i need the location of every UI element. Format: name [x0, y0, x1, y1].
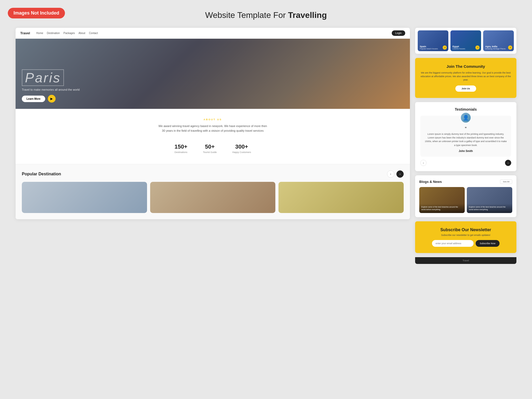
dest-agra: Agra, India Amazing Heritage Places ↗: [483, 30, 514, 51]
newsletter-section: Subscribe Our Newsletter Subscribe our n…: [415, 221, 516, 253]
dest-spain: Spain Popular beach houses ↗: [418, 30, 448, 51]
stat-destinations-number: 150+: [175, 143, 188, 150]
popular-section: Popular Destination ‹ ›: [16, 164, 410, 219]
join-title: Join The Community: [420, 64, 511, 69]
dest-spain-label: Spain Popular beach houses: [420, 45, 438, 50]
dest-egypt-name: Egypt: [453, 45, 465, 48]
testimonial-next-button[interactable]: ›: [505, 160, 511, 166]
blog-card-2: Explore some of the best beaches around …: [467, 187, 512, 213]
dest-top-cards: Spain Popular beach houses ↗ Egypt Color…: [415, 28, 516, 54]
nav-packages[interactable]: Packages: [63, 32, 75, 35]
stat-guides-number: 50+: [203, 143, 217, 150]
dest-card-2-bg: [150, 182, 275, 213]
blogs-title: Blogs & News: [419, 180, 442, 184]
dest-spain-sub: Popular beach houses: [420, 48, 438, 50]
testimonial-card: 👤 ❝ Lorem Ipsum is simply dummy text of …: [420, 116, 511, 157]
testimonial-avatar: 👤: [460, 112, 471, 123]
dest-egypt-label: Egypt Colorful houses: [453, 45, 465, 50]
nav-contact[interactable]: Contact: [89, 32, 98, 35]
blog-card-1-text: Explore some of the best beaches around …: [421, 206, 463, 211]
blog-card-2-overlay: Explore some of the best beaches around …: [467, 204, 512, 213]
newsletter-title: Subscribe Our Newsletter: [420, 228, 511, 232]
nav-about[interactable]: About: [78, 32, 85, 35]
blogs-header: Blogs & News See All: [419, 179, 512, 184]
images-not-included-badge: Images Not Included: [8, 8, 65, 18]
newsletter-subtitle: Subscribe our newsletter to get emails u…: [420, 234, 511, 236]
dest-agra-sub: Amazing Heritage Places: [485, 48, 506, 50]
about-text: We award winning travel agency based in …: [158, 124, 267, 133]
hero-subtitle: Travel to make memories all around the w…: [22, 88, 80, 91]
dest-card-1: [22, 182, 147, 213]
destination-cards: [22, 182, 404, 219]
dest-card-2: [150, 182, 275, 213]
newsletter-form: Subscribe Now: [420, 240, 511, 247]
hero-title: Paris: [22, 69, 64, 86]
newsletter-subscribe-button[interactable]: Subscribe Now: [476, 240, 500, 247]
about-section: ABOUT US We award winning travel agency …: [16, 109, 410, 164]
dest-agra-arrow[interactable]: ↗: [508, 45, 512, 50]
left-panel: Travel Home Destination Packages About C…: [16, 28, 410, 219]
blog-card-1: Explore some of the best beaches around …: [419, 187, 465, 213]
stat-destinations-label: Destinations: [175, 151, 188, 154]
popular-prev-button[interactable]: ‹: [387, 170, 394, 178]
blog-card-1-overlay: Explore some of the best beaches around …: [419, 204, 465, 213]
hero-buttons: Learn More ▶: [22, 95, 80, 103]
learn-more-button[interactable]: Learn More: [22, 96, 45, 102]
dest-spain-arrow[interactable]: ↗: [443, 45, 447, 50]
dest-spain-name: Spain: [420, 45, 438, 48]
stat-customers-label: Happy Customers: [232, 151, 251, 154]
stat-guides: 50+ Tourist Guide: [203, 143, 217, 154]
popular-nav: ‹ ›: [387, 170, 404, 178]
dest-card-1-bg: [22, 182, 147, 213]
popular-title: Popular Destination: [22, 172, 61, 176]
login-button[interactable]: Login: [392, 30, 405, 36]
dest-card-3-bg: [278, 182, 404, 213]
stat-destinations: 150+ Destinations: [175, 143, 188, 154]
testimonials-title: Testimonials: [420, 107, 511, 111]
popular-header: Popular Destination ‹ ›: [22, 170, 404, 178]
footer: Travel: [415, 257, 516, 264]
dest-agra-name: Agra, India: [485, 45, 506, 48]
play-button[interactable]: ▶: [48, 95, 56, 103]
join-button[interactable]: Join Us: [455, 85, 476, 92]
join-community-section: Join The Community We are the biggest co…: [415, 58, 516, 98]
blogs-section: Blogs & News See All Explore some of the…: [415, 175, 516, 217]
navbar: Travel Home Destination Packages About C…: [16, 28, 410, 39]
testimonial-quote-icon: ❝: [424, 126, 507, 130]
dest-egypt: Egypt Colorful houses ↗: [450, 30, 481, 51]
testimonial-text: Lorem Ipsum is simply dummy text of the …: [424, 132, 507, 147]
newsletter-email-input[interactable]: [432, 240, 474, 247]
stats-row: 150+ Destinations 50+ Tourist Guide 300+…: [23, 139, 402, 158]
popular-next-button[interactable]: ›: [396, 170, 404, 178]
nav-destination[interactable]: Destination: [47, 32, 60, 35]
dest-card-3: [278, 182, 404, 213]
hero-section: Paris Travel to make memories all around…: [16, 39, 410, 109]
nav-home[interactable]: Home: [36, 32, 43, 35]
blog-card-2-text: Explore some of the best beaches around …: [469, 206, 510, 211]
blog-cards: Explore some of the best beaches around …: [419, 187, 512, 213]
dest-egypt-sub: Colorful houses: [453, 48, 465, 50]
page-title: Website Template For Travelling: [0, 0, 532, 28]
nav-links: Home Destination Packages About Contact: [36, 32, 392, 35]
testimonial-nav: ‹ ›: [420, 160, 511, 166]
testimonials-section: Testimonials 👤 ❝ Lorem Ipsum is simply d…: [415, 102, 516, 171]
testimonial-prev-button[interactable]: ‹: [420, 160, 427, 166]
stat-customers: 300+ Happy Customers: [232, 143, 251, 154]
right-panel: Spain Popular beach houses ↗ Egypt Color…: [415, 28, 516, 264]
dest-agra-label: Agra, India Amazing Heritage Places: [485, 45, 506, 50]
testimonial-author: John Smith: [424, 150, 507, 152]
hero-content: Paris Travel to make memories all around…: [22, 69, 80, 103]
about-label: ABOUT US: [23, 118, 402, 121]
nav-brand: Travel: [20, 31, 30, 35]
join-text: We are the biggest community platform fo…: [420, 71, 511, 82]
dest-egypt-arrow[interactable]: ↗: [475, 45, 480, 50]
stat-guides-label: Tourist Guide: [203, 151, 217, 154]
stat-customers-number: 300+: [232, 143, 251, 150]
see-all-button[interactable]: See All: [500, 179, 512, 184]
